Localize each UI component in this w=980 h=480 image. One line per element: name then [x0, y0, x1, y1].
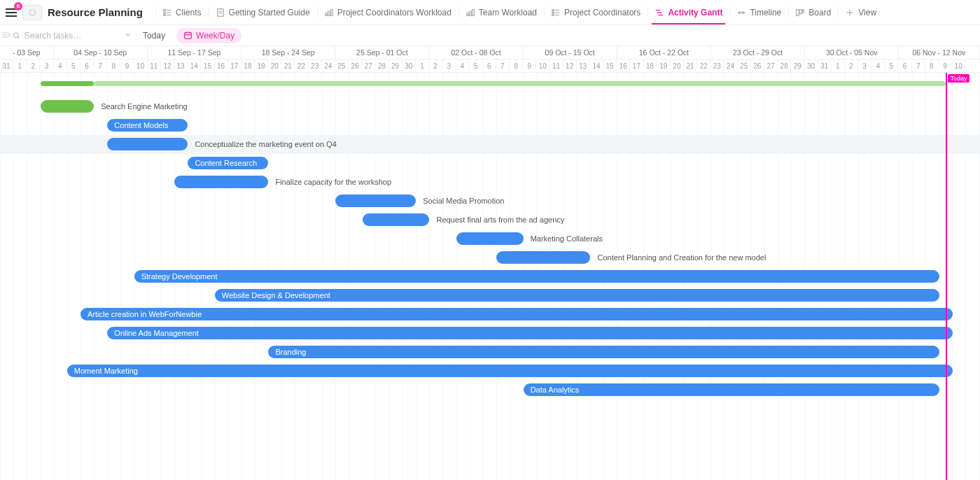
day-header[interactable]: 3 — [858, 59, 872, 72]
week-header[interactable]: 18 Sep - 24 Sep — [241, 46, 335, 59]
day-header[interactable]: 1 — [13, 59, 27, 72]
gantt-bar[interactable]: Website Design & Development — [215, 289, 939, 302]
search-dropdown-icon[interactable] — [125, 31, 132, 41]
day-header[interactable]: 6 — [483, 59, 496, 72]
day-header[interactable]: 7 — [94, 59, 107, 72]
day-header[interactable]: 20 — [671, 59, 684, 72]
menu-button[interactable]: 6 — [4, 5, 20, 20]
day-header[interactable]: 22 — [295, 59, 308, 72]
day-header[interactable]: 25 — [335, 59, 349, 72]
gantt-bar[interactable] — [174, 176, 268, 188]
day-header[interactable]: 14 — [590, 59, 603, 72]
day-header[interactable]: 11 — [550, 59, 563, 72]
day-header[interactable]: 10 — [952, 59, 965, 72]
gantt-bar[interactable]: Branding — [268, 346, 939, 358]
day-header[interactable]: 10 — [536, 59, 550, 72]
day-header[interactable]: 2 — [845, 59, 858, 72]
project-icon[interactable] — [22, 5, 42, 20]
day-header[interactable]: 2 — [27, 59, 40, 72]
day-header[interactable]: 31 — [0, 59, 13, 72]
day-header[interactable]: 29 — [389, 59, 402, 72]
day-header[interactable]: 10 — [134, 59, 148, 72]
day-header[interactable]: 23 — [309, 59, 322, 72]
day-header[interactable]: 4 — [456, 59, 469, 72]
day-header[interactable]: 21 — [281, 59, 295, 72]
day-header[interactable]: 20 — [268, 59, 281, 72]
day-header[interactable]: 27 — [764, 59, 778, 72]
gantt-bar[interactable] — [41, 100, 94, 113]
day-header[interactable]: 30 — [402, 59, 416, 72]
gantt-bar[interactable] — [107, 138, 188, 150]
tab-timeline[interactable]: Timeline — [729, 0, 788, 24]
day-header[interactable]: 22 — [697, 59, 710, 72]
week-header[interactable]: 06 Nov - 12 Nov — [899, 46, 979, 59]
week-header[interactable]: 09 Oct - 15 Oct — [524, 46, 617, 59]
day-header[interactable]: 9 — [523, 59, 536, 72]
day-header[interactable]: 2 — [429, 59, 442, 72]
gantt-bar[interactable]: Content Research — [188, 157, 268, 169]
day-header[interactable]: 4 — [54, 59, 67, 72]
day-header[interactable]: 18 — [644, 59, 657, 72]
tab-view[interactable]: View — [838, 0, 883, 24]
day-header[interactable]: 26 — [751, 59, 764, 72]
day-header[interactable]: 7 — [496, 59, 510, 72]
day-header[interactable]: 8 — [107, 59, 120, 72]
day-header[interactable]: 13 — [174, 59, 188, 72]
day-header[interactable]: 19 — [255, 59, 268, 72]
day-header[interactable]: 15 — [603, 59, 617, 72]
day-header[interactable]: 18 — [241, 59, 255, 72]
summary-bar[interactable] — [41, 81, 94, 86]
day-header[interactable]: 30 — [804, 59, 818, 72]
tab-project-coordinators-workload[interactable]: Project Coordinators Workload — [317, 0, 458, 24]
day-header[interactable]: 16 — [617, 59, 630, 72]
day-header[interactable]: 26 — [349, 59, 362, 72]
day-header[interactable]: 8 — [510, 59, 523, 72]
day-header[interactable]: 28 — [375, 59, 388, 72]
search-field[interactable] — [13, 30, 118, 41]
expand-panel-icon[interactable] — [1, 31, 10, 41]
tab-project-coordinators[interactable]: Project Coordinators — [544, 0, 648, 24]
tab-board[interactable]: Board — [788, 0, 838, 24]
gantt-bar[interactable]: Strategy Development — [134, 270, 939, 283]
tab-getting-started-guide[interactable]: Getting Started Guide — [209, 0, 317, 24]
day-header[interactable]: 5 — [885, 59, 898, 72]
day-header[interactable]: 6 — [898, 59, 911, 72]
week-header[interactable]: 11 Sep - 17 Sep — [148, 46, 241, 59]
day-header[interactable]: 17 — [630, 59, 643, 72]
range-selector[interactable]: Week/Day — [176, 28, 241, 43]
gantt-chart[interactable]: Search Engine MarketingContent ModelsCon… — [0, 73, 980, 480]
week-header[interactable]: 23 Oct - 29 Oct — [711, 46, 805, 59]
day-header[interactable]: 14 — [188, 59, 201, 72]
gantt-bar[interactable]: Online Ads Management — [107, 327, 953, 339]
day-header[interactable]: 17 — [228, 59, 241, 72]
day-header[interactable]: 8 — [925, 59, 939, 72]
day-header[interactable]: 6 — [80, 59, 94, 72]
gantt-bar[interactable] — [335, 195, 416, 207]
week-header[interactable]: 16 Oct - 22 Oct — [617, 46, 711, 59]
tab-team-workload[interactable]: Team Workload — [458, 0, 544, 24]
day-header[interactable]: 4 — [872, 59, 885, 72]
tab-clients[interactable]: Clients — [155, 0, 209, 24]
day-header[interactable]: 19 — [657, 59, 671, 72]
day-header[interactable]: 21 — [684, 59, 697, 72]
day-header[interactable]: 9 — [120, 59, 134, 72]
week-header[interactable]: - 03 Sep — [0, 46, 54, 59]
day-header[interactable]: 31 — [818, 59, 832, 72]
search-input[interactable] — [23, 30, 118, 41]
week-header[interactable]: 25 Sep - 01 Oct — [335, 46, 429, 59]
gantt-bar[interactable]: Moment Marketing — [67, 365, 953, 377]
day-header[interactable]: 28 — [778, 59, 791, 72]
gantt-bar[interactable]: Content Models — [107, 119, 188, 132]
gantt-bar[interactable]: Data Analytics — [524, 383, 939, 396]
day-header[interactable]: 12 — [564, 59, 577, 72]
day-header[interactable]: 24 — [724, 59, 737, 72]
gantt-bar[interactable] — [456, 232, 524, 245]
gantt-bar[interactable] — [363, 213, 430, 226]
day-header[interactable]: 13 — [577, 59, 590, 72]
day-header[interactable]: 16 — [215, 59, 228, 72]
tab-activity-gantt[interactable]: Activity Gantt — [648, 0, 729, 24]
day-header[interactable]: 7 — [912, 59, 925, 72]
day-header[interactable]: 5 — [469, 59, 482, 72]
week-header[interactable]: 04 Sep - 10 Sep — [54, 46, 148, 59]
day-header[interactable]: 1 — [832, 59, 845, 72]
